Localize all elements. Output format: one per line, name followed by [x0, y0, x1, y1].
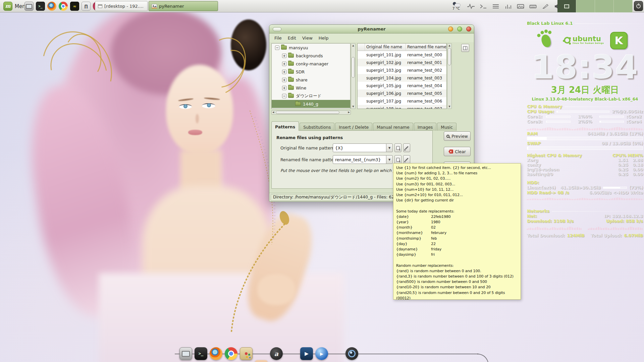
workspace-3[interactable]: [595, 0, 614, 12]
tab-images[interactable]: Images: [414, 123, 437, 131]
plus-expander-icon[interactable]: +: [282, 62, 286, 66]
scroll-right-icon[interactable]: ▶: [348, 111, 350, 114]
scroll-down-icon[interactable]: ▼: [447, 105, 451, 108]
plus-expander-icon[interactable]: +: [282, 54, 286, 58]
menu-file[interactable]: File: [271, 35, 285, 42]
tab-music[interactable]: Music: [437, 123, 457, 131]
original-pattern-dropdown[interactable]: ▼: [386, 143, 393, 152]
scroll-left-icon[interactable]: ◀: [272, 111, 274, 114]
keyboard-icon[interactable]: [529, 3, 537, 9]
preview-button[interactable]: Preview: [444, 131, 471, 141]
scroll-up-icon[interactable]: ▲: [351, 44, 355, 47]
terminal-dock-icon[interactable]: [195, 347, 207, 360]
minus-expander-icon[interactable]: −: [275, 46, 279, 50]
renamed-name-column-header[interactable]: Renamed file name: [406, 44, 446, 51]
core-value: 5%: [585, 119, 597, 124]
workspace-4[interactable]: [614, 0, 633, 12]
tree-item-2[interactable]: +conky-manager: [272, 60, 350, 68]
file-row-7[interactable]: supergirl_108.jpgrename_test_007: [358, 105, 446, 109]
signal-generator-icon[interactable]: [82, 2, 91, 11]
plus-expander-icon[interactable]: +: [282, 86, 286, 90]
file-row-4[interactable]: supergirl_105.jpgrename_test_004: [358, 82, 446, 89]
media-center-dock-icon[interactable]: [315, 347, 328, 360]
movie-player-dock-icon[interactable]: [300, 347, 313, 360]
image-viewer-dock-icon[interactable]: [255, 360, 268, 362]
minimize-button[interactable]: [448, 26, 453, 32]
renamed-name-cell: rename_test_007: [406, 107, 446, 109]
renamed-name-cell: rename_test_000: [406, 53, 446, 57]
titlebar[interactable]: pyRenamer: [269, 25, 474, 34]
file-row-0[interactable]: supergirl_101.jpgrename_test_000: [358, 51, 446, 59]
scroll-up-icon[interactable]: ▲: [447, 44, 451, 47]
original-pattern-edit-button[interactable]: [403, 143, 410, 152]
screenshot-icon[interactable]: [517, 3, 525, 9]
original-pattern-input[interactable]: {X}: [333, 143, 386, 152]
tab-patterns[interactable]: Patterns: [271, 121, 299, 131]
oscilloscope-icon[interactable]: [70, 2, 79, 11]
menu-help[interactable]: Help: [316, 35, 332, 42]
camera-dock-icon[interactable]: [345, 347, 358, 360]
weather-applet[interactable]: 7 °C: [447, 0, 466, 12]
minus-expander-icon[interactable]: −: [282, 94, 286, 98]
resource-bars-icon[interactable]: [504, 3, 512, 9]
plus-expander-icon[interactable]: +: [282, 78, 286, 82]
tab-insertdelete[interactable]: Insert / Delete: [335, 123, 372, 131]
tree-item-0[interactable]: −mansyuu: [272, 44, 350, 52]
file-row-5[interactable]: supergirl_106.jpgrename_test_005: [358, 89, 446, 97]
renamed-pattern-insert-button[interactable]: [394, 155, 401, 164]
original-pattern-insert-button[interactable]: [394, 143, 401, 152]
chrome-icon[interactable]: [59, 2, 68, 11]
image-editor-dock-icon[interactable]: [240, 347, 253, 360]
workspace-1[interactable]: [557, 0, 576, 12]
stylus-icon[interactable]: [541, 3, 549, 9]
file-row-2[interactable]: supergirl_103.jpgrename_test_002: [358, 66, 446, 74]
tree-item-6[interactable]: −ダウンロード: [272, 92, 350, 100]
scrollbar-thumb[interactable]: [276, 111, 339, 114]
marker-column-header[interactable]: [358, 44, 365, 51]
tree-vertical-scrollbar[interactable]: ▲ ▼: [351, 43, 356, 109]
computer-icon[interactable]: [24, 2, 34, 11]
maximize-button[interactable]: [457, 26, 462, 32]
original-name-column-header[interactable]: Original file name: [365, 44, 406, 51]
system-monitor-icon[interactable]: [467, 3, 475, 9]
firefox-dock-icon[interactable]: [210, 347, 222, 360]
terminal-icon[interactable]: [36, 2, 45, 11]
plus-expander-icon[interactable]: +: [282, 70, 286, 74]
file-row-1[interactable]: supergirl_102.jpgrename_test_001: [358, 59, 446, 66]
taskbar-button-rdesktop[interactable]: [rdesktop - 192.168....: [95, 1, 148, 11]
menu-view[interactable]: View: [299, 35, 316, 42]
tab-substitutions[interactable]: Substitutions: [300, 123, 334, 131]
scrollbar-thumb[interactable]: [448, 48, 451, 65]
workspace-2[interactable]: [576, 0, 595, 12]
weather-temperature: 7 °C: [452, 7, 460, 10]
terminal-applet-icon[interactable]: [479, 3, 487, 9]
chrome-dock-icon[interactable]: [225, 347, 237, 360]
total-download-label: Total Download:: [527, 233, 565, 238]
close-button[interactable]: [466, 26, 471, 32]
renamed-pattern-edit-button[interactable]: [403, 155, 410, 164]
computer-dock-icon[interactable]: [179, 347, 192, 360]
file-row-3[interactable]: supergirl_104.jpgrename_test_003: [358, 74, 446, 82]
tree-horizontal-scrollbar[interactable]: ◀ ▶: [271, 110, 351, 115]
scrollbar-thumb[interactable]: [352, 57, 355, 78]
top-processes: Xorg1.512.88conky0.250.18irq/18-radeon0.…: [527, 158, 643, 177]
tree-item-3[interactable]: +SDR: [272, 68, 350, 76]
menu-edit[interactable]: Edit: [285, 35, 299, 42]
column-options-button[interactable]: [461, 44, 469, 52]
renamed-pattern-input[interactable]: rename_test_{num3}: [333, 155, 386, 164]
list-vertical-scrollbar[interactable]: ▲ ▼: [447, 43, 452, 109]
menu-list-icon[interactable]: [492, 3, 500, 9]
tab-manualrename[interactable]: Manual rename: [373, 123, 413, 131]
taskbar-button-pyrenamer[interactable]: Aa pyRenamer: [149, 1, 218, 11]
power-button[interactable]: [634, 1, 643, 11]
firefox-icon[interactable]: [47, 2, 56, 11]
audacious-dock-icon[interactable]: [270, 347, 283, 360]
tree-item-1[interactable]: +backgrounds: [272, 52, 350, 60]
renamed-pattern-dropdown[interactable]: ▼: [386, 155, 393, 164]
clear-button[interactable]: × Clear: [444, 147, 471, 156]
file-row-6[interactable]: supergirl_107.jpgrename_test_006: [358, 97, 446, 105]
tree-item-7[interactable]: 1440_g: [272, 100, 350, 108]
scroll-down-icon[interactable]: ▼: [351, 105, 355, 108]
tree-item-4[interactable]: +share: [272, 76, 350, 84]
tree-item-5[interactable]: +Wine: [272, 84, 350, 92]
